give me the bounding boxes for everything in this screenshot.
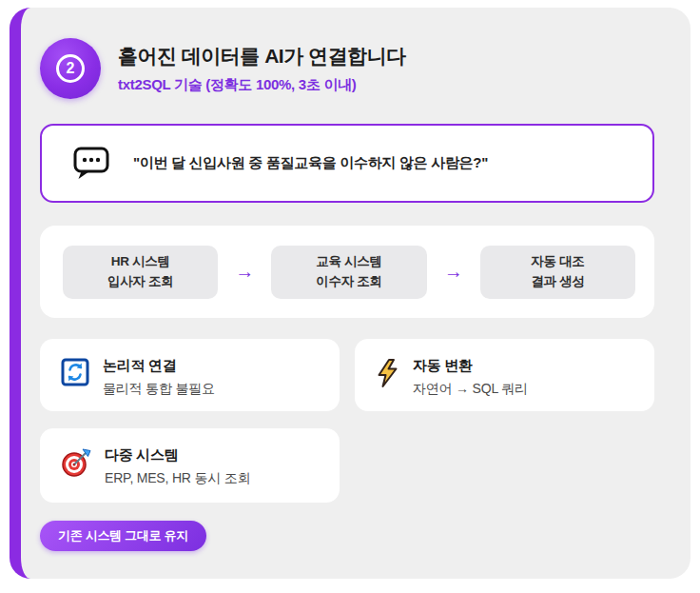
feature-title: 자동 변환 xyxy=(413,357,528,375)
feature-card-multi-system: 다중 시스템 ERP, MES, HR 동시 조회 xyxy=(40,428,340,503)
feature-text: 자동 변환 자연어 → SQL 쿼리 xyxy=(413,357,528,398)
header-text: 흩어진 데이터를 AI가 연결합니다 txt2SQL 기술 (정확도 100%,… xyxy=(118,43,406,94)
feature-grid: 논리적 연결 물리적 통합 불필요 자동 변환 자연어 → SQL 쿼리 xyxy=(40,339,654,503)
feature-text: 논리적 연결 물리적 통합 불필요 xyxy=(103,357,215,398)
chat-bubble-icon xyxy=(72,146,110,182)
feature-title: 논리적 연결 xyxy=(103,357,215,375)
feature-desc: ERP, MES, HR 동시 조회 xyxy=(105,470,250,487)
flow-step-line: 결과 생성 xyxy=(531,272,584,292)
feature-desc: 자연어 → SQL 쿼리 xyxy=(413,381,528,398)
feature-text: 다중 시스템 ERP, MES, HR 동시 조회 xyxy=(105,446,250,487)
info-card: 2 흩어진 데이터를 AI가 연결합니다 txt2SQL 기술 (정확도 100… xyxy=(10,8,690,579)
flow-step-line: HR 시스템 xyxy=(111,252,170,272)
flow-step-line: 이수자 조회 xyxy=(316,272,381,292)
feature-desc: 물리적 통합 불필요 xyxy=(103,381,215,398)
target-icon xyxy=(61,447,91,478)
badge-number: 2 xyxy=(67,60,75,77)
flow-step-line: 입사자 조회 xyxy=(107,272,173,292)
page-title: 흩어진 데이터를 AI가 연결합니다 xyxy=(118,43,406,69)
query-example-text: "이번 달 신입사원 중 품질교육을 이수하지 않은 사람은?" xyxy=(133,154,488,172)
keep-system-badge: 기존 시스템 그대로 유지 xyxy=(40,521,206,551)
feature-card-auto-convert: 자동 변환 자연어 → SQL 쿼리 xyxy=(355,339,654,411)
flow-step-line: 교육 시스템 xyxy=(316,252,381,272)
flow-step-education-system: 교육 시스템 이수자 조회 xyxy=(271,246,426,299)
feature-title: 다중 시스템 xyxy=(105,446,250,465)
step-number-badge: 2 xyxy=(40,38,101,99)
sync-icon xyxy=(61,358,89,386)
process-flow-panel: HR 시스템 입사자 조회 → 교육 시스템 이수자 조회 → 자동 대조 결과… xyxy=(40,226,654,318)
flow-step-line: 자동 대조 xyxy=(531,252,584,272)
circled-two-icon: 2 xyxy=(56,54,85,83)
lightning-icon xyxy=(376,358,399,388)
tech-subtitle: txt2SQL 기술 (정확도 100%, 3초 이내) xyxy=(118,76,406,94)
flow-step-auto-compare: 자동 대조 결과 생성 xyxy=(480,246,635,299)
feature-card-logical-link: 논리적 연결 물리적 통합 불필요 xyxy=(40,339,340,411)
arrow-right-icon: → xyxy=(235,261,254,283)
arrow-right-icon: → xyxy=(444,261,463,283)
query-example-box: "이번 달 신입사원 중 품질교육을 이수하지 않은 사람은?" xyxy=(40,124,654,203)
flow-step-hr-system: HR 시스템 입사자 조회 xyxy=(63,246,218,299)
header: 2 흩어진 데이터를 AI가 연결합니다 txt2SQL 기술 (정확도 100… xyxy=(40,38,654,99)
